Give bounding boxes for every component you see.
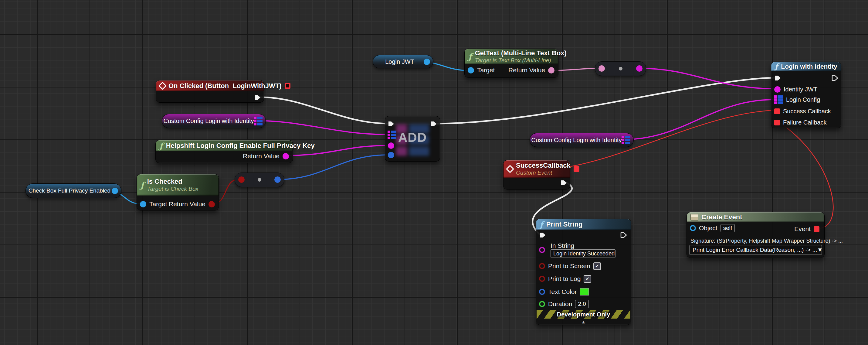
success-callback-row: Success Callback (774, 108, 831, 115)
value-pin[interactable] (388, 152, 394, 158)
exec-out-row (831, 75, 839, 82)
node-header: ƒ GetText (Multi-Line Text Box) Target i… (465, 49, 558, 64)
in-string-pin[interactable] (539, 247, 545, 253)
return-value-pin[interactable] (283, 153, 289, 160)
return-pin-row: Return Value (508, 66, 555, 74)
value-out-pin[interactable] (274, 176, 281, 183)
print-to-log-row: Print to Log ✔ (539, 275, 591, 282)
in-string-label: In String (551, 242, 574, 249)
exec-in-pin[interactable] (774, 75, 781, 82)
login-config-pin[interactable] (774, 95, 783, 104)
return-pin-row: Return Value (243, 152, 289, 160)
event-delegate-pin[interactable] (814, 226, 819, 232)
target-map-pin[interactable] (388, 131, 396, 139)
exec-in-row (774, 75, 781, 82)
chevron-down-icon: ▼ (817, 247, 823, 253)
identity-jwt-pin[interactable] (774, 86, 781, 93)
event-pin-row: Event (794, 225, 819, 233)
bool-in-pin[interactable] (238, 176, 245, 183)
print-to-log-checkbox[interactable]: ✔ (584, 275, 591, 283)
blueprint-graph-canvas[interactable]: Login JWT ƒ GetText (Multi-Line Text Box… (0, 0, 868, 345)
function-icon: ƒ (159, 142, 163, 150)
development-only-banner: Development Only (536, 310, 630, 319)
success-callback-pin[interactable] (774, 108, 780, 114)
function-icon: ƒ (539, 221, 543, 229)
duration-pin[interactable] (539, 301, 545, 307)
node-title: On Clicked (Button_LoginWithJWT) (168, 82, 282, 90)
node-header: ƒ Is Checked Target is Check Box (137, 174, 219, 196)
map-out-pin[interactable] (254, 117, 262, 125)
map-out-pin[interactable] (622, 136, 630, 144)
return-value-pin[interactable] (548, 67, 555, 74)
node-success-callback-event[interactable]: SuccessCallback Custom Event (503, 160, 570, 190)
node-title: SuccessCallback (516, 162, 570, 169)
create-event-icon (690, 214, 699, 221)
node-login-jwt-variable[interactable]: Login JWT (373, 55, 433, 68)
node-custom-config-variable-left[interactable]: Custom Config Login with Identity (162, 114, 266, 128)
failure-callback-pin[interactable] (774, 120, 780, 125)
collapse-arrow[interactable]: ▲ (536, 319, 631, 324)
delegate-pin[interactable] (574, 166, 579, 172)
node-helpshift-privacy-key[interactable]: ƒ Helpshift Login Config Enable Full Pri… (155, 140, 293, 163)
variable-label: Login JWT (385, 58, 414, 65)
node-is-checked[interactable]: ƒ Is Checked Target is Check Box Target … (136, 174, 219, 210)
wire-exec-onclicked-add (260, 97, 389, 124)
node-header: On Clicked (Button_LoginWithJWT) (156, 81, 264, 91)
text-color-pin[interactable] (539, 289, 545, 295)
exec-out-pin[interactable] (560, 179, 567, 186)
node-map-add[interactable]: ADD (385, 116, 440, 162)
object-out-pin[interactable] (112, 188, 118, 194)
exec-in-row (388, 120, 395, 127)
exec-out-pin[interactable] (831, 75, 839, 82)
text-color-swatch[interactable] (580, 288, 589, 295)
node-checkbox-variable[interactable]: Check Box Full Privacy Enabled (26, 183, 121, 198)
text-in-pin[interactable] (598, 65, 605, 72)
node-header: Create Event (687, 212, 824, 222)
signature-text: Signature: (StrProperty, Helpshift Map W… (690, 238, 843, 244)
object-pin-row: Object self (690, 224, 735, 232)
node-gettext-multiline[interactable]: ƒ GetText (Multi-Line Text Box) Target i… (464, 49, 558, 78)
node-header: ƒ Login with Identity (771, 62, 841, 71)
node-conversion-text[interactable] (595, 61, 646, 76)
wire-text-gettext-convert (554, 68, 599, 70)
object-out-pin[interactable] (424, 59, 430, 65)
node-conversion-bool[interactable] (235, 173, 284, 187)
print-to-screen-checkbox[interactable]: ✔ (593, 262, 601, 270)
exec-out-pin[interactable] (620, 231, 627, 239)
login-config-row: Login Config (774, 96, 820, 103)
in-string-input[interactable]: Login Identity Succeeded (551, 249, 616, 258)
node-print-string[interactable]: ƒ Print String In String Login Identity … (536, 219, 631, 325)
node-title: Print String (546, 221, 583, 228)
duration-input[interactable]: 2.0 (575, 300, 588, 308)
node-login-with-identity[interactable]: ƒ Login with Identity Identity JWT Login… (771, 62, 841, 128)
target-pin[interactable] (140, 201, 146, 207)
exec-in-pin[interactable] (388, 120, 395, 127)
key-pin[interactable] (388, 142, 394, 149)
failure-callback-row: Failure Callback (774, 119, 827, 126)
exec-out-pin[interactable] (254, 94, 261, 101)
function-icon: ƒ (141, 181, 144, 189)
return-pin-row: Return Value (169, 200, 215, 208)
node-title: Helpshift Login Config Enable Full Priva… (166, 142, 315, 150)
node-custom-config-variable-right[interactable]: Custom Config Login with Identity (530, 133, 634, 147)
wire-map-customconfig-add (253, 121, 388, 135)
node-header: ƒ Print String (536, 219, 631, 230)
delegate-pin[interactable] (285, 83, 290, 89)
return-value-pin[interactable] (209, 201, 215, 207)
node-header: SuccessCallback Custom Event (503, 160, 570, 178)
object-pin[interactable] (690, 225, 696, 231)
print-to-screen-pin[interactable] (539, 263, 545, 269)
exec-in-pin[interactable] (539, 231, 546, 239)
function-select-dropdown[interactable]: Print Login Error Callback Data(Reason, … (689, 245, 822, 255)
object-self-input[interactable]: self (720, 224, 735, 232)
target-pin-row: Target (468, 66, 495, 74)
target-pin[interactable] (468, 67, 474, 74)
node-create-event[interactable]: Create Event Object self Event Signature… (686, 212, 825, 258)
custom-event-icon (506, 165, 514, 173)
string-out-pin[interactable] (636, 65, 643, 72)
variable-label: Custom Config Login with Identity (531, 137, 622, 144)
print-to-log-pin[interactable] (539, 276, 545, 282)
wire-exec-add-loginidentity (436, 78, 776, 124)
node-onclicked-event[interactable]: On Clicked (Button_LoginWithJWT) (156, 80, 264, 103)
exec-out-pin[interactable] (430, 120, 437, 127)
